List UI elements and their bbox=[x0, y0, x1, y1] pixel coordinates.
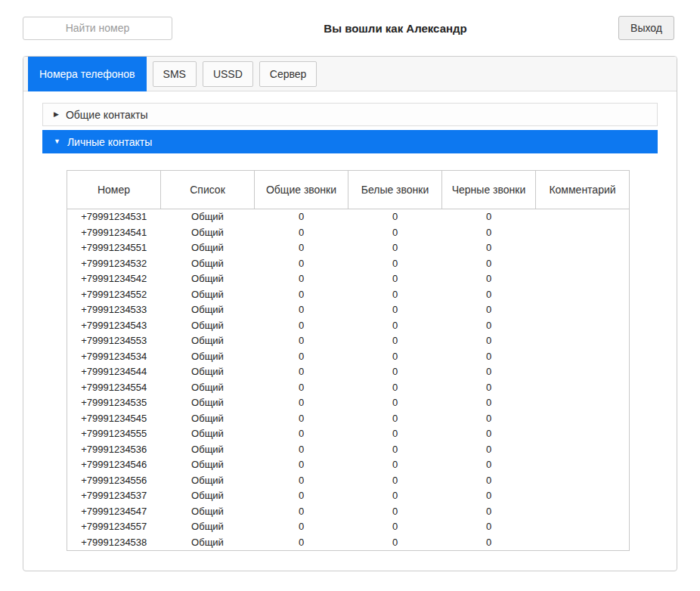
table-cell: 0 bbox=[442, 411, 536, 427]
table-header-cell: Список bbox=[161, 171, 255, 209]
table-cell: Общий bbox=[161, 364, 255, 380]
table-cell: 0 bbox=[255, 426, 348, 442]
table-cell bbox=[536, 457, 630, 473]
table-cell bbox=[536, 519, 630, 535]
table-cell: 0 bbox=[255, 488, 348, 504]
table-cell bbox=[536, 488, 630, 504]
table-row: +79991234534Общий000 bbox=[67, 349, 630, 365]
table-cell bbox=[536, 333, 630, 349]
tab-sms[interactable]: SMS bbox=[153, 61, 197, 87]
table-row: +79991234536Общий000 bbox=[67, 442, 630, 458]
table-cell: 0 bbox=[442, 271, 536, 287]
table-cell bbox=[536, 504, 630, 520]
table-cell: 0 bbox=[442, 225, 536, 241]
table-cell: 0 bbox=[442, 488, 536, 504]
table-cell: 0 bbox=[255, 473, 348, 489]
table-cell: 0 bbox=[442, 442, 536, 458]
table-cell: 0 bbox=[442, 318, 536, 334]
table-cell: 0 bbox=[348, 209, 442, 225]
table-cell: 0 bbox=[348, 271, 442, 287]
table-cell: Общий bbox=[161, 395, 255, 411]
table-cell: Общий bbox=[161, 380, 255, 396]
search-input[interactable] bbox=[23, 17, 172, 40]
table-cell: Общий bbox=[161, 209, 255, 225]
table-cell: +79991234553 bbox=[67, 333, 161, 349]
table-cell: +79991234541 bbox=[67, 225, 161, 241]
table-cell: 0 bbox=[442, 240, 536, 256]
table-row: +79991234554Общий000 bbox=[67, 380, 630, 396]
table-cell bbox=[536, 535, 630, 551]
table-header-cell: Общие звонки bbox=[255, 171, 348, 209]
table-cell: Общий bbox=[161, 256, 255, 272]
table-cell: 0 bbox=[255, 364, 348, 380]
table-cell: +79991234551 bbox=[67, 240, 161, 256]
table-row: +79991234551Общий000 bbox=[67, 240, 630, 256]
table-cell bbox=[536, 271, 630, 287]
table-cell bbox=[536, 287, 630, 303]
accordion-personal-contacts[interactable]: ▼ Личные контакты bbox=[42, 130, 658, 153]
accordion-common-contacts[interactable]: ▶ Общие контакты bbox=[42, 103, 658, 126]
table-cell: 0 bbox=[348, 457, 442, 473]
table-header-cell: Белые звонки bbox=[348, 171, 442, 209]
table-cell: 0 bbox=[442, 256, 536, 272]
tab-ussd[interactable]: USSD bbox=[203, 61, 253, 87]
table-cell: 0 bbox=[348, 395, 442, 411]
table-cell: 0 bbox=[348, 333, 442, 349]
table-row: +79991234535Общий000 bbox=[67, 395, 630, 411]
tab-label: SMS bbox=[163, 68, 186, 80]
table-row: +79991234542Общий000 bbox=[67, 271, 630, 287]
tab-server[interactable]: Сервер bbox=[259, 61, 317, 87]
table-cell: 0 bbox=[348, 349, 442, 365]
table-row: +79991234544Общий000 bbox=[67, 364, 630, 380]
table-cell: 0 bbox=[348, 442, 442, 458]
table-row: +79991234552Общий000 bbox=[67, 287, 630, 303]
table-row: +79991234545Общий000 bbox=[67, 411, 630, 427]
table-cell: +79991234533 bbox=[67, 302, 161, 318]
table-cell: +79991234534 bbox=[67, 349, 161, 365]
table-cell: +79991234544 bbox=[67, 364, 161, 380]
table-cell: +79991234556 bbox=[67, 473, 161, 489]
table-cell bbox=[536, 349, 630, 365]
top-bar: Вы вошли как Александр Выход bbox=[0, 0, 700, 40]
table-cell: 0 bbox=[255, 209, 348, 225]
table-cell: 0 bbox=[348, 426, 442, 442]
table-cell: 0 bbox=[348, 519, 442, 535]
table-cell: 0 bbox=[255, 380, 348, 396]
table-cell: 0 bbox=[348, 364, 442, 380]
table-cell: 0 bbox=[348, 318, 442, 334]
table-cell: Общий bbox=[161, 349, 255, 365]
logout-button[interactable]: Выход bbox=[618, 16, 674, 40]
table-row: +79991234553Общий000 bbox=[67, 333, 630, 349]
table-cell: +79991234543 bbox=[67, 318, 161, 334]
table-header-cell: Номер bbox=[67, 171, 161, 209]
contacts-table: НомерСписокОбщие звонкиБелые звонкиЧерны… bbox=[67, 170, 630, 551]
tab-label: USSD bbox=[213, 68, 243, 80]
table-cell: +79991234537 bbox=[67, 488, 161, 504]
table-cell: 0 bbox=[348, 240, 442, 256]
table-cell bbox=[536, 395, 630, 411]
table-row: +79991234541Общий000 bbox=[67, 225, 630, 241]
table-cell: 0 bbox=[442, 457, 536, 473]
table-cell: 0 bbox=[442, 426, 536, 442]
table-cell: +79991234531 bbox=[67, 209, 161, 225]
table-row: +79991234533Общий000 bbox=[67, 302, 630, 318]
login-status: Вы вошли как Александр bbox=[172, 22, 618, 35]
table-cell: 0 bbox=[348, 302, 442, 318]
table-cell: +79991234538 bbox=[67, 535, 161, 551]
table-cell: +79991234557 bbox=[67, 519, 161, 535]
table-cell: 0 bbox=[442, 535, 536, 551]
tab-phone-numbers[interactable]: Номера телефонов bbox=[28, 57, 147, 91]
table-cell: Общий bbox=[161, 225, 255, 241]
table-cell: +79991234547 bbox=[67, 504, 161, 520]
tab-label: Сервер bbox=[270, 68, 307, 80]
table-cell: 0 bbox=[348, 380, 442, 396]
table-row: +79991234538Общий000 bbox=[67, 535, 630, 551]
table-cell: 0 bbox=[348, 225, 442, 241]
table-row: +79991234556Общий000 bbox=[67, 473, 630, 489]
table-cell: +79991234542 bbox=[67, 271, 161, 287]
table-cell: 0 bbox=[442, 364, 536, 380]
tab-strip: Номера телефонов SMS USSD Сервер bbox=[23, 57, 677, 91]
table-row: +79991234546Общий000 bbox=[67, 457, 630, 473]
table-cell: 0 bbox=[255, 240, 348, 256]
table-cell: 0 bbox=[442, 287, 536, 303]
